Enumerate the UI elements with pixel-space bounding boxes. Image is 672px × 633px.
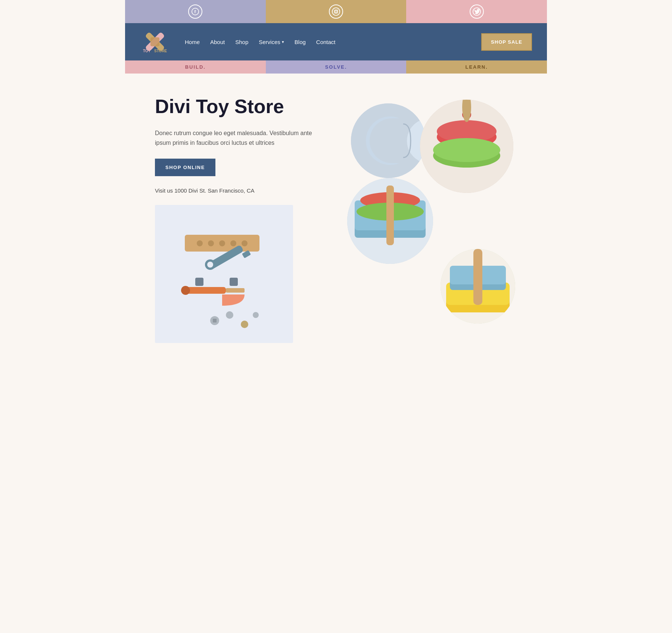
toy-tools-image — [155, 205, 293, 343]
svg-rect-29 — [213, 319, 217, 322]
svg-rect-23 — [185, 287, 226, 294]
svg-point-2 — [332, 8, 340, 15]
svg-point-16 — [219, 240, 225, 246]
svg-point-4 — [335, 10, 337, 13]
svg-text:TOY: TOY — [143, 49, 151, 53]
svg-rect-27 — [195, 278, 203, 286]
stacker-base-svg — [441, 249, 515, 324]
svg-rect-9 — [150, 37, 159, 46]
twitter-icon — [470, 4, 484, 19]
circle-bot-right — [441, 249, 515, 324]
tagline-learn: LEARN. — [406, 60, 547, 74]
nav-links: Home About Shop Services ▾ Blog Contact — [185, 39, 481, 45]
nav-shop[interactable]: Shop — [235, 39, 248, 45]
circle-top-left — [351, 103, 426, 178]
stacker-mid-svg — [347, 178, 433, 264]
svg-point-5 — [337, 10, 338, 10]
navbar: TOY STORE Home About Shop Services ▾ Blo… — [125, 23, 547, 60]
circle-top-right — [420, 100, 513, 193]
svg-point-30 — [226, 311, 233, 319]
nav-services[interactable]: Services ▾ — [259, 39, 284, 45]
svg-rect-12 — [155, 205, 293, 343]
logo-svg: TOY STORE — [140, 27, 170, 57]
svg-point-32 — [253, 312, 259, 318]
svg-rect-46 — [386, 185, 394, 245]
nav-home[interactable]: Home — [185, 39, 200, 45]
svg-text:f: f — [195, 9, 196, 14]
instagram-icon — [329, 4, 343, 19]
nav-blog[interactable]: Blog — [295, 39, 306, 45]
svg-point-14 — [197, 240, 203, 246]
tagline-solve: SOLVE. — [266, 60, 407, 74]
svg-rect-26 — [230, 278, 238, 286]
hero-title: Divi Toy Store — [155, 96, 329, 117]
circle-mid-left — [347, 178, 433, 264]
chevron-down-icon: ▾ — [282, 40, 284, 44]
hero-description: Donec rutrum congue leo eget malesuada. … — [155, 128, 329, 147]
logo-area[interactable]: TOY STORE — [140, 27, 170, 57]
hero-left: Divi Toy Store Donec rutrum congue leo e… — [155, 96, 329, 343]
c-shape-svg — [351, 103, 426, 178]
nav-about[interactable]: About — [210, 39, 225, 45]
tagline-build: BUILD. — [125, 60, 266, 74]
shop-online-button[interactable]: SHOP ONLINE — [155, 159, 215, 176]
hero-right — [343, 96, 517, 343]
svg-rect-52 — [473, 249, 482, 305]
toy-tools-svg — [155, 205, 293, 343]
svg-text:STORE: STORE — [154, 49, 167, 53]
svg-point-40 — [433, 138, 500, 162]
facebook-icon: f — [188, 4, 202, 19]
svg-rect-24 — [226, 288, 245, 293]
svg-point-21 — [207, 262, 213, 268]
visit-address: Visit us 1000 Divi St. San Francisco, CA — [155, 187, 329, 194]
hero-section: Divi Toy Store Donec rutrum congue leo e… — [125, 74, 547, 358]
facebook-section[interactable]: f — [125, 0, 266, 23]
tagline-bar: BUILD. SOLVE. LEARN. — [125, 60, 547, 74]
svg-point-17 — [230, 240, 236, 246]
social-bar: f — [125, 0, 547, 23]
stacker-top-svg — [420, 100, 513, 193]
nav-contact[interactable]: Contact — [316, 39, 336, 45]
svg-point-31 — [241, 321, 248, 328]
circles-container — [343, 96, 517, 327]
instagram-section[interactable] — [266, 0, 407, 23]
twitter-section[interactable] — [406, 0, 547, 23]
svg-point-15 — [208, 240, 214, 246]
svg-point-18 — [242, 240, 248, 246]
shop-sale-button[interactable]: SHOP SALE — [481, 33, 532, 51]
